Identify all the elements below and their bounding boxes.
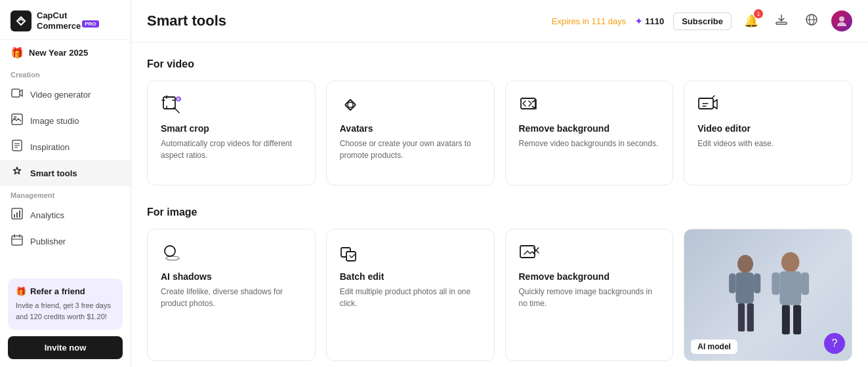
sidebar-item-image-studio[interactable]: Image studio (0, 107, 131, 134)
expires-badge: Expires in 111 days (552, 16, 626, 26)
refer-text: Invite a friend, get 3 free days and 120… (16, 300, 115, 322)
image-tools-grid: AI shadows Create lifelike, diverse shad… (147, 229, 852, 361)
svg-rect-11 (12, 236, 22, 245)
avatars-title: Avatars (340, 123, 481, 134)
svg-rect-32 (738, 303, 745, 332)
svg-point-36 (781, 252, 799, 273)
notification-button[interactable]: 🔔 1 (741, 10, 762, 31)
svg-rect-37 (780, 271, 802, 305)
language-icon (805, 13, 818, 29)
ai-model-label: AI model (691, 339, 737, 354)
analytics-icon (10, 208, 24, 222)
sidebar-item-publisher[interactable]: Publisher (0, 228, 131, 254)
logo[interactable]: CapCut CommercePRO (0, 0, 131, 40)
image-studio-icon (10, 113, 24, 128)
svg-point-19 (839, 16, 844, 22)
creation-section-label: Creation (0, 66, 131, 81)
smart-crop-card[interactable]: Smart crop Automatically crop videos for… (147, 81, 316, 185)
download-icon (775, 13, 788, 29)
help-button[interactable]: ? (824, 333, 845, 354)
remove-bg-image-title: Remove background (519, 271, 660, 282)
svg-point-25 (165, 246, 175, 256)
capcut-logo-icon (10, 10, 31, 31)
svg-rect-35 (754, 273, 760, 293)
credits-display: ✦ 1110 (635, 16, 664, 26)
svg-rect-34 (729, 273, 735, 293)
ai-shadows-desc: Create lifelike, diverse shadows for pro… (161, 286, 302, 309)
svg-point-2 (14, 117, 16, 119)
svg-rect-0 (12, 89, 20, 97)
remove-bg-video-title: Remove background (519, 123, 660, 134)
smart-crop-desc: Automatically crop videos for different … (161, 138, 302, 161)
credits-icon: ✦ (635, 16, 642, 26)
language-button[interactable] (801, 10, 822, 31)
svg-rect-28 (346, 252, 356, 261)
subscribe-button[interactable]: Subscribe (673, 12, 732, 30)
svg-rect-9 (16, 212, 18, 218)
sidebar-item-inspiration[interactable]: Inspiration (0, 134, 131, 160)
remove-bg-video-card[interactable]: Remove background Remove video backgroun… (505, 81, 674, 185)
download-button[interactable] (771, 10, 792, 31)
content-area: For video Smart crop Automatica (131, 43, 868, 367)
sidebar-item-analytics[interactable]: Analytics (0, 202, 131, 228)
user-avatar[interactable] (831, 10, 852, 31)
main-header: Smart tools Expires in 111 days ✦ 1110 S… (131, 0, 868, 43)
logo-text: CapCut CommercePRO (37, 10, 99, 31)
svg-rect-15 (776, 22, 787, 24)
svg-point-30 (737, 255, 753, 273)
management-section-label: Management (0, 186, 131, 202)
sidebar-bottom: 🎁 Refer a friend Invite a friend, get 3 … (0, 271, 131, 367)
for-image-section: For image AI shadows Create lifelike, di… (147, 206, 852, 361)
smart-crop-title: Smart crop (161, 123, 302, 134)
ai-shadows-title: AI shadows (161, 271, 302, 282)
video-editor-icon (697, 94, 718, 115)
video-editor-card[interactable]: Video editor Edit videos with ease. (684, 81, 852, 185)
for-video-title: For video (147, 58, 852, 70)
avatars-desc: Choose or create your own avatars to pro… (340, 138, 481, 161)
batch-edit-title: Batch edit (340, 271, 481, 282)
svg-rect-39 (793, 305, 801, 334)
sidebar: CapCut CommercePRO 🎁 New Year 2025 Creat… (0, 0, 131, 367)
page-title: Smart tools (147, 12, 226, 29)
ai-model-card[interactable]: AI model ? (684, 229, 852, 361)
batch-edit-icon (340, 242, 361, 263)
remove-bg-image-card[interactable]: Remove background Quickly remove image b… (505, 229, 674, 361)
notification-badge: 1 (754, 9, 763, 18)
remove-bg-video-desc: Remove video backgrounds in seconds. (519, 138, 660, 149)
publisher-icon (10, 234, 24, 248)
remove-bg-video-icon (519, 94, 540, 115)
batch-edit-card[interactable]: Batch edit Edit multiple product photos … (326, 229, 495, 361)
gift-icon: 🎁 (10, 47, 24, 59)
ai-shadows-card[interactable]: AI shadows Create lifelike, diverse shad… (147, 229, 316, 361)
sidebar-item-video-generator[interactable]: Video generator (0, 81, 131, 107)
svg-rect-33 (747, 303, 754, 332)
refer-icon: 🎁 (16, 286, 26, 296)
avatars-icon (340, 94, 361, 115)
invite-now-button[interactable]: Invite now (8, 336, 123, 359)
sidebar-item-smart-tools[interactable]: Smart tools (0, 160, 131, 186)
svg-rect-31 (736, 273, 754, 303)
ai-shadows-icon (161, 242, 182, 263)
svg-rect-40 (772, 273, 780, 295)
video-editor-desc: Edit videos with ease. (697, 138, 838, 149)
video-editor-title: Video editor (697, 123, 838, 134)
for-image-title: For image (147, 206, 852, 218)
svg-point-22 (348, 102, 353, 107)
inspiration-icon (10, 140, 24, 154)
refer-title: 🎁 Refer a friend (16, 286, 115, 296)
svg-rect-8 (14, 214, 15, 218)
svg-rect-10 (19, 210, 20, 218)
header-actions: Expires in 111 days ✦ 1110 Subscribe 🔔 1 (552, 10, 852, 31)
svg-rect-20 (163, 97, 175, 109)
svg-point-26 (166, 256, 179, 260)
ai-model-figures (697, 242, 838, 347)
batch-edit-desc: Edit multiple product photos all in one … (340, 286, 481, 309)
smart-crop-icon (161, 94, 182, 115)
credits-value: 1110 (645, 16, 664, 26)
remove-bg-image-icon (519, 242, 540, 263)
svg-rect-38 (782, 305, 790, 334)
smart-tools-icon (10, 166, 24, 180)
video-tools-grid: Smart crop Automatically crop videos for… (147, 81, 852, 185)
sidebar-item-new-year[interactable]: 🎁 New Year 2025 (0, 40, 131, 66)
avatars-card[interactable]: Avatars Choose or create your own avatar… (326, 81, 495, 185)
